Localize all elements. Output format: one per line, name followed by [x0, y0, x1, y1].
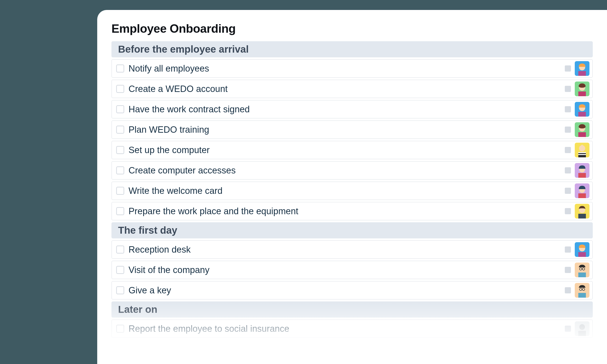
svg-rect-11: [578, 132, 586, 137]
svg-point-41: [579, 324, 585, 330]
task-label: Plan WEDO training: [129, 125, 565, 135]
task-label: Have the work contract signed: [129, 104, 565, 115]
assignee-avatar[interactable]: [575, 183, 589, 198]
status-indicator: [565, 247, 571, 253]
section-header-label: Later on: [118, 304, 158, 315]
svg-rect-16: [578, 152, 586, 153]
assignee-avatar[interactable]: [575, 122, 589, 137]
task-checkbox[interactable]: [116, 266, 124, 274]
status-indicator: [565, 287, 571, 293]
task-row[interactable]: Reception desk: [111, 240, 593, 259]
task-checkbox[interactable]: [116, 187, 124, 195]
task-label: Set up the computer: [129, 145, 565, 155]
task-row[interactable]: Give a key: [111, 281, 593, 299]
task-row[interactable]: Write the welcome card: [111, 182, 593, 200]
task-row[interactable]: Have the work contract signed: [111, 100, 593, 118]
assignee-avatar[interactable]: [575, 102, 589, 117]
section-header-before-arrival: Before the employee arrival: [111, 41, 593, 57]
svg-rect-8: [578, 112, 586, 117]
task-checkbox[interactable]: [116, 146, 124, 154]
task-checkbox[interactable]: [116, 65, 124, 73]
task-checkbox[interactable]: [116, 105, 124, 113]
task-row[interactable]: Create computer accesses: [111, 161, 593, 180]
task-row[interactable]: Visit of the company: [111, 261, 593, 279]
assignee-avatar[interactable]: [575, 242, 589, 257]
task-label: Visit of the company: [129, 265, 565, 275]
status-indicator: [565, 167, 571, 173]
assignee-avatar[interactable]: [575, 81, 589, 96]
assignee-avatar[interactable]: [575, 283, 589, 298]
status-indicator: [565, 106, 571, 112]
task-row[interactable]: Set up the computer: [111, 141, 593, 159]
task-label: Give a key: [129, 285, 565, 296]
task-row[interactable]: Report the employee to social insurance: [111, 319, 593, 338]
assignee-avatar[interactable]: [575, 262, 589, 277]
task-label: Report the employee to social insurance: [129, 324, 565, 334]
status-indicator: [565, 65, 571, 72]
task-label: Create a WEDO account: [129, 84, 565, 94]
assignee-avatar[interactable]: [575, 143, 589, 157]
svg-rect-5: [578, 91, 586, 96]
section-header-label: The first day: [118, 225, 177, 236]
task-checkbox[interactable]: [116, 246, 124, 254]
section-header-later-on: Later on: [111, 301, 593, 318]
task-checkbox[interactable]: [116, 286, 124, 294]
assignee-avatar[interactable]: [575, 204, 589, 219]
svg-point-14: [581, 145, 583, 147]
task-row[interactable]: Notify all employees: [111, 59, 593, 78]
svg-rect-17: [578, 154, 586, 155]
task-checkbox[interactable]: [116, 325, 124, 333]
task-label: Notify all employees: [129, 64, 565, 74]
task-label: Write the welcome card: [129, 186, 565, 196]
onboarding-panel: Employee Onboarding Before the employee …: [97, 10, 607, 364]
status-indicator: [565, 127, 571, 133]
task-row[interactable]: Create a WEDO account: [111, 80, 593, 98]
svg-rect-2: [578, 71, 586, 76]
svg-rect-34: [578, 273, 586, 277]
assignee-avatar[interactable]: [575, 321, 589, 336]
assignee-avatar[interactable]: [575, 163, 589, 178]
svg-rect-39: [578, 293, 586, 298]
assignee-avatar[interactable]: [575, 61, 589, 76]
svg-rect-26: [578, 214, 586, 219]
svg-rect-20: [578, 173, 586, 178]
svg-rect-42: [578, 331, 586, 336]
section-header-label: Before the employee arrival: [118, 44, 249, 55]
status-indicator: [565, 267, 571, 273]
task-checkbox[interactable]: [116, 126, 124, 134]
status-indicator: [565, 208, 571, 214]
task-label: Prepare the work place and the equipment: [129, 206, 565, 216]
task-checkbox[interactable]: [116, 166, 124, 174]
task-row[interactable]: Plan WEDO training: [111, 120, 593, 139]
svg-rect-29: [578, 252, 586, 257]
section-header-first-day: The first day: [111, 222, 593, 238]
task-label: Reception desk: [129, 245, 565, 255]
svg-rect-23: [578, 193, 586, 198]
status-indicator: [565, 147, 571, 153]
status-indicator: [565, 325, 571, 332]
task-checkbox[interactable]: [116, 85, 124, 93]
task-checkbox[interactable]: [116, 207, 124, 215]
status-indicator: [565, 188, 571, 194]
task-row[interactable]: Prepare the work place and the equipment: [111, 202, 593, 221]
task-label: Create computer accesses: [129, 165, 565, 176]
page-title: Employee Onboarding: [111, 22, 593, 36]
status-indicator: [565, 86, 571, 92]
